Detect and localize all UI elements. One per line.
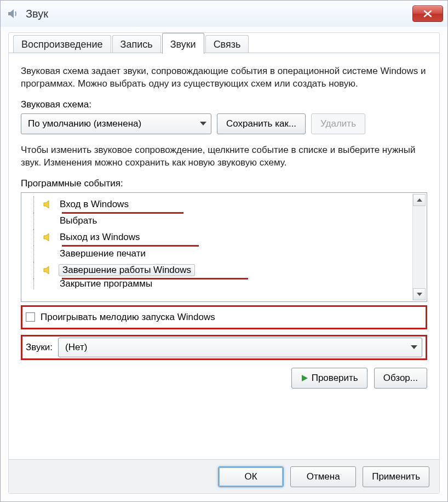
scheme-value: По умолчанию (изменена) [28,118,141,129]
sounds-value: (Нет) [65,342,87,353]
sound-icon [43,266,53,275]
events-listbox[interactable]: Вход в Windows Выбрать Выход из Windows … [21,192,427,302]
sounds-label: Звуки: [26,342,53,353]
scroll-down-button[interactable] [413,288,426,300]
tab-playback[interactable]: Воспроизведение [13,35,111,54]
event-label: Вход в Windows [59,198,130,210]
play-icon [301,374,308,382]
speaker-icon [5,6,20,21]
tabstrip: Воспроизведение Запись Звуки Связь [13,32,435,54]
test-label: Проверить [312,373,358,384]
event-item[interactable]: Завершение печати [27,246,426,262]
chevron-down-icon [200,122,206,126]
events-label: Программные события: [21,178,427,189]
content-frame: Воспроизведение Запись Звуки Связь Звуко… [8,32,440,494]
event-item[interactable]: Выбрать [27,213,426,229]
play-startup-label: Проигрывать мелодию запуска Windows [41,312,215,323]
event-label: Выбрать [59,215,98,227]
highlight-box-startup: Проигрывать мелодию запуска Windows [21,305,427,329]
sound-icon [43,279,53,288]
sound-icon [43,216,53,225]
event-item[interactable]: Закрытие программы [27,278,426,289]
sounds-panel: Звуковая схема задает звуки, сопровождаю… [9,53,439,493]
tab-sounds[interactable]: Звуки [162,33,204,54]
sound-icon [43,249,53,258]
chevron-down-icon [411,345,417,349]
tab-communications[interactable]: Связь [205,35,249,54]
sound-dialog: Звук Воспроизведение Запись Звуки Связь … [0,0,448,502]
play-startup-checkbox[interactable] [26,312,35,322]
event-item[interactable]: Вход в Windows [27,196,426,213]
test-button[interactable]: Проверить [291,368,367,389]
event-item-selected[interactable]: Завершение работы Windows [27,262,426,278]
dialog-buttons: ОК Отмена Применить [9,459,439,493]
scheme-combo[interactable]: По умолчанию (изменена) [21,113,211,134]
event-label: Завершение печати [59,248,147,260]
close-button[interactable] [412,5,443,22]
scheme-label: Звуковая схема: [21,99,427,110]
delete-button: Удалить [311,113,365,134]
ok-button[interactable]: ОК [218,466,284,487]
scroll-up-button[interactable] [413,194,426,206]
cancel-button[interactable]: Отмена [290,466,356,487]
event-label: Выход из Windows [59,231,141,243]
chevron-down-icon [417,293,422,296]
save-as-button[interactable]: Сохранить как... [217,113,306,134]
event-item[interactable]: Выход из Windows [27,229,426,246]
chevron-up-icon [417,198,422,202]
titlebar[interactable]: Звук [1,1,447,27]
scrollbar[interactable] [412,194,426,300]
browse-button[interactable]: Обзор... [374,368,427,389]
intro-text: Звуковая схема задает звуки, сопровождаю… [21,65,427,90]
event-label: Завершение работы Windows [59,264,195,276]
highlight-box-sounds: Звуки: (Нет) [21,335,427,360]
sounds-combo[interactable]: (Нет) [58,338,422,357]
window-title: Звук [26,8,48,20]
sound-icon [43,233,53,242]
sound-icon [43,200,53,209]
tab-recording[interactable]: Запись [112,35,161,54]
event-label: Закрытие программы [59,278,153,289]
events-intro: Чтобы изменить звуковое сопровождение, щ… [21,144,427,169]
apply-button[interactable]: Применить [363,466,429,487]
